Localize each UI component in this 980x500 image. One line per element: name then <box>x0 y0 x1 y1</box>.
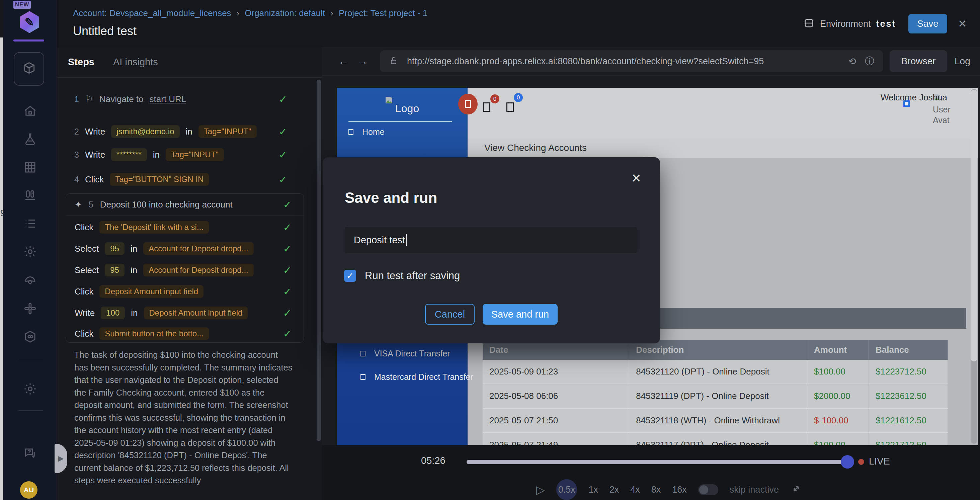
step-value-badge[interactable]: jsmith@demo.io <box>111 125 180 138</box>
close-icon[interactable]: ✕ <box>631 171 641 185</box>
notification-button[interactable] <box>458 94 477 115</box>
back-icon[interactable]: ← <box>338 54 349 68</box>
start-url-link[interactable]: start URL <box>150 94 186 104</box>
substep-row-2[interactable]: Select 95 in Account for Deposit dropd..… <box>75 239 296 258</box>
reload-icon[interactable]: ⟲ <box>848 56 856 67</box>
placeholder-glyph-icon[interactable] <box>506 102 514 112</box>
sidebar-item-integrations[interactable] <box>3 328 57 347</box>
sidebar-item-admin-settings[interactable] <box>3 380 57 399</box>
substep-row-1[interactable]: Click The 'Deposit' link with a si... ✓ <box>75 218 296 237</box>
sidebar-item-grid[interactable] <box>3 159 57 177</box>
step-value-badge[interactable]: 100 <box>101 307 125 319</box>
expand-icon[interactable] <box>790 482 802 497</box>
environment-value: test <box>876 19 896 29</box>
step-target-badge[interactable]: Tag="INPUT" <box>165 148 224 161</box>
table-row[interactable]: 2025-05-07 21:50 845321118 (WTH) - Onlin… <box>483 408 948 433</box>
test-name-input[interactable]: Deposit test <box>344 226 638 254</box>
dialog-buttons: Cancel Save and run <box>323 304 660 325</box>
info-icon[interactable]: ⓘ <box>865 55 874 68</box>
breadcrumb-organization[interactable]: Organization: default <box>245 8 325 18</box>
col-header-amount[interactable]: Amount <box>807 340 869 360</box>
substep-row-3[interactable]: Select 95 in Account for Deposit dropd..… <box>75 261 296 279</box>
step-target-badge[interactable]: Submit button at the botto... <box>99 327 209 340</box>
step-value-badge[interactable]: 95 <box>105 242 124 255</box>
speed-1x-button[interactable]: 1x <box>589 485 598 495</box>
flag-icon: ⚐ <box>85 94 93 105</box>
substep-row-4[interactable]: Click Deposit Amount input field ✓ <box>75 282 296 301</box>
transactions-table: Date Description Amount Balance 2025-05-… <box>483 340 948 445</box>
step-target-badge[interactable]: Tag="BUTTON" SIGN IN <box>110 173 209 186</box>
text-caret <box>406 234 407 246</box>
step-success-icon: ✓ <box>283 243 296 255</box>
speed-4x-button[interactable]: 4x <box>630 485 640 495</box>
step-value-badge[interactable]: ******** <box>111 148 147 161</box>
step-target-badge[interactable]: Deposit Amount input field <box>144 307 248 319</box>
substep-row-5[interactable]: Write 100 in Deposit Amount input field … <box>75 304 296 322</box>
bank-nav-visa[interactable]: VISA Direct Transfer <box>361 349 450 358</box>
environment-selector[interactable]: Environment test <box>803 18 896 30</box>
step-group-header[interactable]: ✦ 5 Deposit 100 into checking account ✓ <box>75 196 296 213</box>
step-group-card[interactable]: ✦ 5 Deposit 100 into checking account ✓ … <box>65 193 304 343</box>
sidebar-item-incognito[interactable] <box>3 272 57 290</box>
sidebar-item-help[interactable] <box>3 444 57 463</box>
bank-scrollbar-thumb[interactable] <box>970 90 977 361</box>
sidebar-item-lab[interactable] <box>3 131 57 149</box>
step-value-badge[interactable]: 95 <box>105 264 124 276</box>
sidebar-item-slack[interactable] <box>3 300 57 318</box>
sidebar-item-list[interactable] <box>3 215 57 234</box>
progress-knob[interactable] <box>841 455 854 468</box>
table-row[interactable]: 2025-05-08 06:06 845321119 (DPT) - Onlin… <box>483 384 948 408</box>
placeholder-glyph-icon[interactable] <box>483 102 490 112</box>
step-row-4[interactable]: 4 Click Tag="BUTTON" SIGN IN ✓ <box>74 170 291 189</box>
sidebar-item-suites[interactable] <box>3 187 57 205</box>
breadcrumb: Account: Devspace_all_module_licenses › … <box>73 8 427 18</box>
playback-time: 05:26 <box>421 455 445 466</box>
bank-nav-mastercard[interactable]: Mastercard Direct Transfer <box>361 372 473 382</box>
step-target-badge[interactable]: Tag="INPUT" <box>199 125 257 138</box>
tab-ai-insights[interactable]: AI insights <box>113 57 158 68</box>
tab-steps[interactable]: Steps <box>68 57 94 68</box>
breadcrumb-account[interactable]: Account: Devspace_all_module_licenses <box>73 8 231 18</box>
speed-16x-button[interactable]: 16x <box>672 485 687 495</box>
sidebar-item-settings[interactable] <box>3 243 57 262</box>
progress-bar[interactable] <box>466 460 848 464</box>
sidebar-item-active-tests[interactable] <box>14 52 44 86</box>
skip-inactive-toggle[interactable] <box>698 484 718 495</box>
step-target-badge[interactable]: Account for Deposit dropd... <box>143 242 254 255</box>
substep-row-6[interactable]: Click Submit button at the botto... ✓ <box>75 324 296 343</box>
step-row-3[interactable]: 3 Write ******** in Tag="INPUT" ✓ <box>74 145 291 164</box>
sidebar-item-home[interactable] <box>3 102 57 121</box>
close-icon[interactable]: ✕ <box>958 18 967 30</box>
bank-nav-home[interactable]: Home <box>348 127 385 137</box>
url-bar[interactable]: http://stage.dbank.prod-apps.relicx.ai:8… <box>380 50 883 72</box>
square-glyph-icon <box>465 100 471 108</box>
play-icon[interactable]: ▷ <box>536 483 545 496</box>
save-and-run-button[interactable]: Save and run <box>483 304 558 325</box>
step-conjunction: in <box>153 150 160 160</box>
save-button[interactable]: Save <box>908 14 947 33</box>
step-target-badge[interactable]: Deposit Amount input field <box>99 285 204 298</box>
run-after-saving-row[interactable]: ✓ Run test after saving <box>344 270 460 282</box>
speed-2x-button[interactable]: 2x <box>609 485 619 495</box>
user-avatar[interactable]: AU <box>20 481 38 498</box>
steps-scrollbar[interactable] <box>317 80 321 441</box>
step-target-badge[interactable]: Account for Deposit dropd... <box>143 264 254 276</box>
speed-8x-button[interactable]: 8x <box>651 485 661 495</box>
step-conjunction: in <box>130 265 137 275</box>
breadcrumb-project[interactable]: Project: Test project - 1 <box>339 8 427 18</box>
step-target-badge[interactable]: The 'Deposit' link with a si... <box>99 221 209 234</box>
table-row[interactable]: 2025-05-09 01:23 845321120 (DPT) - Onlin… <box>483 360 948 384</box>
col-header-balance[interactable]: Balance <box>869 340 948 360</box>
table-row[interactable]: 2025-05-07 21:49 845321117 (DPT) - Onlin… <box>483 433 948 445</box>
cell-description: 845321120 (DPT) - Online Deposit <box>629 360 807 384</box>
step-row-1[interactable]: 1 ⚐ Navigate to start URL ✓ <box>74 90 291 108</box>
forward-icon[interactable]: → <box>357 54 368 68</box>
tab-log[interactable]: Log <box>955 50 970 72</box>
checkbox-checked[interactable]: ✓ <box>344 270 356 282</box>
tab-browser[interactable]: Browser <box>889 50 947 72</box>
speed-0.5x-button[interactable]: 0.5x <box>556 479 577 500</box>
cancel-button[interactable]: Cancel <box>425 304 475 325</box>
bank-page-title: View Checking Accounts <box>484 143 587 153</box>
avatar-alt-text: Avat <box>933 115 950 125</box>
step-row-2[interactable]: 2 Write jsmith@demo.io in Tag="INPUT" ✓ <box>74 122 291 141</box>
